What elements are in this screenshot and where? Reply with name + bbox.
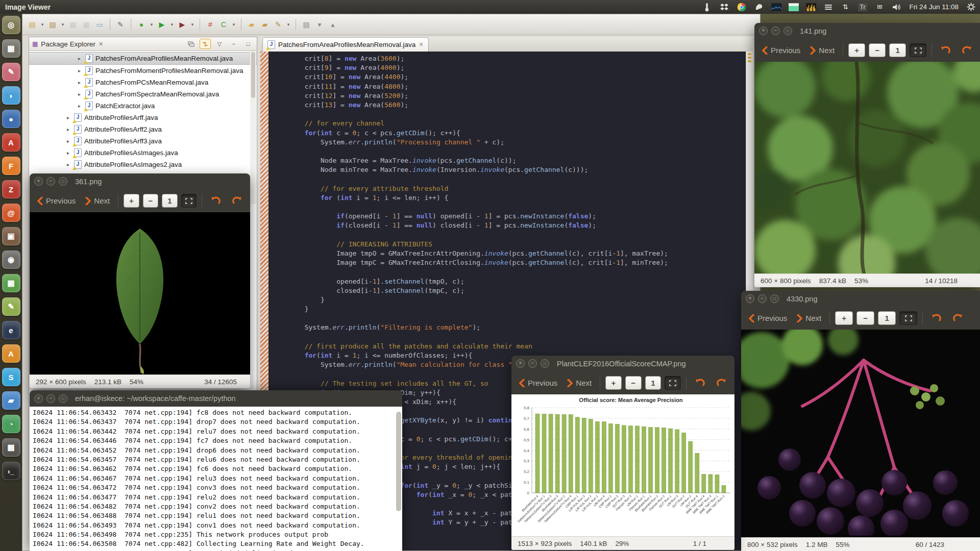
tree-item[interactable]: ▸JPatchesFromSpectraMeanRemoval.java — [29, 88, 257, 100]
expand-arrow-icon[interactable]: ▸ — [78, 91, 83, 97]
dock-item-text-editor[interactable]: ✎ — [2, 297, 20, 316]
expand-arrow-icon[interactable]: ▸ — [78, 103, 83, 109]
maximize-icon[interactable] — [541, 359, 549, 368]
minimize-icon[interactable] — [528, 359, 537, 368]
window-titlebar[interactable]: 4330.png — [741, 291, 980, 307]
save-all-icon[interactable]: ▦ — [81, 19, 92, 30]
rotate-left-button[interactable] — [207, 195, 225, 207]
chrome-icon[interactable] — [737, 2, 747, 12]
expand-arrow-icon[interactable]: ▸ — [67, 127, 71, 132]
next-button[interactable]: Next — [82, 196, 113, 206]
dropbox-icon[interactable] — [719, 2, 729, 12]
previous-button[interactable]: Previous — [759, 45, 803, 55]
normal-size-button[interactable]: 1 — [162, 194, 178, 208]
close-icon[interactable] — [516, 359, 525, 368]
next-button[interactable]: Next — [794, 313, 824, 323]
tree-item[interactable]: ▸JAttributeProfilesAsImages2.java — [29, 159, 257, 170]
expand-arrow-icon[interactable]: ▸ — [67, 150, 71, 156]
zoom-out-button[interactable]: − — [625, 376, 642, 390]
editor-tab[interactable]: J PatchesFromAreaProfilesMeanRemoval.jav… — [262, 37, 429, 52]
window-titlebar[interactable]: 141.png — [754, 23, 980, 39]
maximize-view-icon[interactable]: □ — [242, 39, 254, 49]
dropdown-arrow-icon[interactable]: ▾ — [40, 22, 45, 27]
mark-occurrences-icon[interactable]: ✎ — [273, 19, 284, 30]
tree-item[interactable]: ▸JAttributeProfilesArff.java — [29, 112, 257, 123]
run-secure-icon[interactable]: ▶ — [177, 19, 188, 30]
close-icon[interactable] — [34, 177, 43, 186]
dock-item-folder[interactable]: ▰ — [2, 391, 20, 410]
maximize-icon[interactable] — [59, 394, 67, 403]
next-annotation-icon[interactable]: ▾ — [314, 19, 325, 30]
collapse-all-button[interactable] — [185, 39, 197, 49]
dock-item-libreoffice-calc[interactable]: ▦ — [2, 274, 20, 292]
menu-icon[interactable] — [823, 2, 834, 12]
expand-arrow-icon[interactable]: ▸ — [67, 115, 71, 120]
close-icon[interactable] — [746, 294, 754, 303]
close-icon[interactable] — [759, 27, 768, 35]
mem-graph-icon[interactable] — [789, 2, 799, 12]
tree-item[interactable]: ▸JAttributeProfilesArff2.java — [29, 123, 257, 135]
minimize-view-icon[interactable]: − — [228, 39, 239, 49]
pointer-icon[interactable]: ✎ — [115, 19, 126, 30]
dock-item-skype[interactable]: S — [2, 368, 20, 386]
view-close-icon[interactable]: ✕ — [99, 41, 103, 47]
zoom-out-button[interactable]: − — [856, 311, 874, 325]
rotate-right-button[interactable] — [713, 378, 730, 389]
last-edit-icon[interactable]: ▤ — [301, 19, 312, 30]
dock-item-gimp[interactable]: ✎ — [2, 63, 20, 81]
maximize-icon[interactable] — [783, 27, 792, 35]
run-icon[interactable]: ▶ — [156, 19, 167, 30]
dock-item-screenshot-tool[interactable]: ▦ — [2, 39, 20, 58]
best-fit-button[interactable] — [899, 311, 917, 325]
rotate-right-button[interactable] — [958, 45, 975, 56]
best-fit-button[interactable] — [665, 376, 681, 390]
print-icon[interactable]: ▭ — [94, 19, 105, 30]
close-icon[interactable] — [34, 394, 43, 403]
save-icon[interactable]: ▦ — [67, 19, 79, 30]
window-titlebar[interactable]: erhan@iskece: ~/workspace/caffe-master/p… — [30, 390, 402, 407]
dock-item-calculator[interactable]: ▦ — [2, 438, 20, 457]
rotate-left-button[interactable] — [928, 313, 945, 324]
terminal-scrollbar[interactable] — [396, 410, 401, 548]
dock-item-browser[interactable]: ● — [2, 110, 20, 128]
expand-arrow-icon[interactable]: ▸ — [78, 68, 83, 73]
new-java-icon[interactable]: ▤ — [47, 19, 58, 30]
previous-button[interactable]: Previous — [34, 196, 79, 206]
tree-item[interactable]: ▸JPatchesFromAreaProfilesMeanRemoval.jav… — [29, 52, 257, 65]
zoom-in-button[interactable]: + — [124, 194, 139, 208]
tree-item[interactable]: ▸JPatchesFromPCsMeanRemoval.java — [29, 77, 257, 88]
net-graph-icon[interactable] — [806, 2, 816, 12]
normal-size-button[interactable]: 1 — [878, 311, 896, 325]
zoom-in-button[interactable]: + — [605, 376, 622, 390]
zoom-in-button[interactable]: + — [835, 311, 853, 325]
expand-arrow-icon[interactable]: ▸ — [67, 162, 71, 167]
tree-item[interactable]: ▸JAttributeProfilesAsImages.java — [29, 147, 257, 159]
clock[interactable]: Fri 24 Jun 11:08 — [909, 3, 959, 11]
dock-item-camera[interactable]: ◉ — [2, 251, 20, 269]
tree-item[interactable]: ▸JAttributeProfilesArff3.java — [29, 135, 257, 147]
dock-item-terminal-app[interactable]: ›_ — [2, 462, 20, 480]
dock-item-dash-home[interactable]: ◎ — [2, 16, 20, 34]
normal-size-button[interactable]: 1 — [889, 43, 906, 57]
terminal-output[interactable]: I0624 11:06:54.063432 7074 net.cpp:194] … — [30, 407, 402, 551]
tree-item[interactable]: ▸JPatchesFromMomentProfilesMeanRemoval.j… — [29, 65, 257, 77]
dock-item-thunderbird[interactable]: @ — [2, 204, 20, 222]
rotate-right-button[interactable] — [228, 195, 246, 207]
rotate-left-button[interactable] — [692, 378, 709, 389]
dock-item-chrome[interactable]: ◔ — [2, 415, 20, 433]
next-button[interactable]: Next — [807, 45, 838, 55]
session-gear-icon[interactable] — [966, 2, 976, 12]
window-titlebar[interactable]: 361.png — [30, 173, 250, 189]
dock-item-eclipse[interactable]: e — [2, 321, 20, 339]
volume-icon[interactable] — [892, 2, 902, 12]
previous-button[interactable]: Previous — [516, 378, 560, 388]
dropdown-arrow-icon[interactable]: ▾ — [169, 22, 175, 27]
prev-annotation-icon[interactable]: ▴ — [327, 19, 338, 30]
dropdown-arrow-icon[interactable]: ▾ — [149, 22, 154, 27]
open-type-icon[interactable]: ▰ — [246, 19, 257, 30]
view-menu-icon[interactable]: ▽ — [214, 39, 225, 49]
rotate-right-button[interactable] — [949, 313, 966, 324]
minimize-icon[interactable] — [758, 294, 767, 303]
rotate-left-button[interactable] — [937, 45, 954, 56]
zoom-out-button[interactable]: − — [143, 194, 159, 208]
